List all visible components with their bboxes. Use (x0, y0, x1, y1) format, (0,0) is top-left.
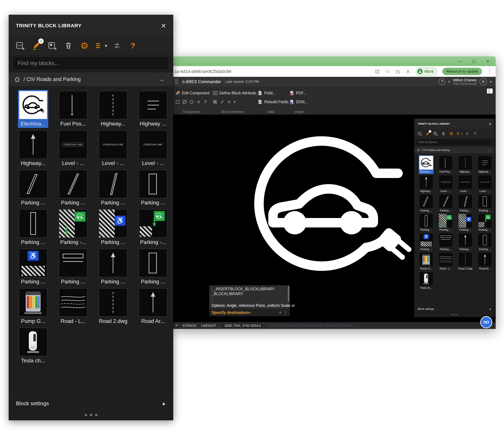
settings-gear-icon[interactable]: ⚙ (77, 39, 91, 52)
block-item-parking[interactable]: ♿Parking ... (19, 249, 47, 285)
dgn-import-button[interactable]: DGN... (289, 99, 308, 104)
block-item-highway[interactable]: Highway... (419, 175, 433, 193)
block-item-parking[interactable]: Parking ... (99, 170, 127, 206)
block-item-tesla-ch[interactable]: Tesla ch... (419, 272, 433, 290)
maximize-icon[interactable]: □ (471, 59, 477, 64)
sync-icon[interactable] (464, 130, 471, 137)
block-settings-bar[interactable]: Block settings ▲ (414, 306, 495, 312)
block-item-road-ar[interactable]: Road Ar... (139, 288, 167, 324)
block-tools-chevron-icon[interactable]: ▾ (234, 100, 235, 104)
block-item-parking[interactable]: Parking -... (139, 209, 167, 245)
panel-resize-handle[interactable] (9, 410, 173, 420)
component-tool-icon[interactable] (189, 100, 194, 104)
block-item-highway[interactable]: Highway... (458, 156, 472, 174)
download-icon[interactable] (405, 69, 411, 74)
find-blocks-input[interactable] (13, 57, 169, 70)
window-titlebar[interactable]: – □ × (173, 56, 496, 66)
annotate-icon[interactable]: i (424, 130, 431, 137)
back-icon[interactable]: ← (157, 74, 168, 84)
home-icon[interactable] (417, 148, 420, 152)
block-item-fuel-pos[interactable]: Fuel Pos... (59, 91, 87, 127)
block-item-level[interactable]: CONTOUR-LINELevel - ... (59, 130, 87, 167)
annotate-icon[interactable]: i (29, 39, 43, 52)
help-chevron-icon[interactable]: ▾ (448, 80, 450, 84)
block-item-parking[interactable]: Parking ... (478, 194, 492, 212)
block-item-parking[interactable]: Parking ... (139, 249, 167, 285)
block-item-highway[interactable]: Highway ... (139, 91, 167, 127)
rebuild-fields-button[interactable]: Rebuild Fields (258, 99, 289, 104)
block-item-parking[interactable]: ♿Parking ... (458, 214, 472, 231)
block-item-road-ar[interactable]: Road Ar... (478, 252, 492, 270)
block-item-parking[interactable]: Parking ... (19, 209, 47, 245)
view-options-icon[interactable]: ▾ (456, 130, 463, 137)
block-item-road-2-dwg[interactable]: Road 2.dwg (458, 252, 472, 270)
block-item-level[interactable]: CONTOUR-LINELevel - ... (139, 130, 167, 167)
block-item-parking[interactable]: Parking ... (478, 233, 492, 251)
block-item-tesla-ch[interactable]: Tesla ch... (19, 328, 47, 364)
block-item-level[interactable]: CONTOUR-LINELevel - ... (439, 175, 453, 193)
profile-work-pill[interactable]: Work (416, 67, 437, 75)
support-chat-button[interactable] (480, 316, 492, 328)
command-scrollbar[interactable] (288, 286, 289, 302)
address-bar[interactable]: 1a-4d1d-a846-be0625da0c99 (174, 69, 231, 74)
edit-component-button[interactable]: Edit Component (175, 91, 209, 95)
block-item-parking[interactable]: Parking ... (99, 249, 127, 285)
pdf-import-button[interactable]: PDF... (289, 91, 306, 95)
block-item-parking[interactable]: Parking ... (419, 214, 433, 231)
minimize-icon[interactable]: – (458, 59, 463, 64)
block-item-highway[interactable]: Highway... (99, 91, 127, 127)
close-window-icon[interactable]: × (485, 59, 491, 64)
block-settings-bar[interactable]: Block settings ▲ (9, 397, 173, 410)
block-item-level[interactable]: COUNTOUR-LINELevel - ... (458, 175, 472, 193)
etrack-toggle[interactable]: ETRACK (183, 324, 197, 328)
block-item-electrica[interactable]: Electrica... (419, 156, 433, 174)
block-item-parking[interactable]: ♿Parking ... (419, 233, 433, 251)
sync-icon[interactable] (110, 39, 124, 52)
component-tool-icon[interactable] (196, 100, 201, 104)
component-tool-icon[interactable] (203, 100, 208, 104)
block-item-pump-g[interactable]: Pump G... (419, 252, 433, 270)
block-item-road-l[interactable]: Road - L... (439, 252, 453, 270)
block-item-parking[interactable]: Parking ... (458, 233, 472, 251)
component-tool-icon[interactable] (175, 100, 180, 104)
block-item-parking[interactable]: Parking ... (59, 249, 87, 285)
expand-command-icon[interactable]: » (278, 311, 282, 314)
field-button[interactable]: Field... (258, 91, 276, 95)
block-item-parking[interactable]: Parking ... (439, 194, 453, 212)
drawing-canvas[interactable]: : _INSERTBLOCK_BLOCKLIBRARY _BLOCKLIBRAR… (173, 115, 496, 322)
close-panel-icon[interactable]: × (489, 122, 491, 126)
define-block-attribute-button[interactable]: A Define Block Attribute... (213, 91, 259, 95)
help-menu-icon[interactable]: ? (439, 78, 445, 85)
block-item-electrica[interactable]: Electrica... (19, 91, 47, 127)
help-icon[interactable]: ? (472, 130, 479, 137)
close-panel-icon[interactable]: × (161, 21, 166, 30)
block-item-level[interactable]: COUNTOUR-LINELevel - ... (99, 130, 127, 167)
command-prompt[interactable]: Specify destination» (212, 310, 277, 315)
lweight-toggle[interactable]: LWEIGHT (201, 324, 216, 328)
block-item-parking[interactable]: Parking ... (419, 194, 433, 212)
block-item-parking[interactable]: Parking -... (439, 214, 453, 231)
panel-layout-icon[interactable] (487, 89, 493, 93)
extensions-icon[interactable] (395, 69, 400, 74)
find-blocks-input[interactable] (416, 139, 493, 145)
block-item-parking[interactable]: ♿Parking ... (99, 209, 127, 245)
block-tool-icon[interactable] (227, 100, 231, 104)
status-toggle-clipped[interactable]: P (176, 324, 178, 328)
browser-menu-icon[interactable]: ⋮ (487, 69, 492, 74)
block-item-parking[interactable]: Parking ... (19, 170, 47, 206)
view-options-icon[interactable]: ▾ (93, 39, 108, 52)
block-item-parking[interactable]: Parking ... (458, 194, 472, 212)
block-item-highway[interactable]: Highway ... (478, 156, 492, 174)
block-item-road-2-dwg[interactable]: Road 2.dwg (99, 288, 127, 324)
insert-block-icon[interactable] (432, 130, 439, 137)
account-icon[interactable] (480, 78, 487, 85)
block-item-parking[interactable]: Parking -... (59, 209, 87, 245)
breadcrumb-path[interactable]: / CIV Roads and Parking (24, 76, 81, 82)
account-chevron-icon[interactable]: ▾ (490, 80, 492, 84)
block-item-level[interactable]: CONTOUR-LINELevel - ... (478, 175, 492, 193)
block-item-road-l[interactable]: Road - L... (59, 288, 87, 324)
settings-gear-icon[interactable]: ⚙ (448, 130, 455, 137)
help-icon[interactable]: ? (126, 39, 140, 52)
command-menu-icon[interactable]: ⋮ (283, 310, 288, 315)
block-item-pump-g[interactable]: Pump G... (19, 288, 47, 324)
